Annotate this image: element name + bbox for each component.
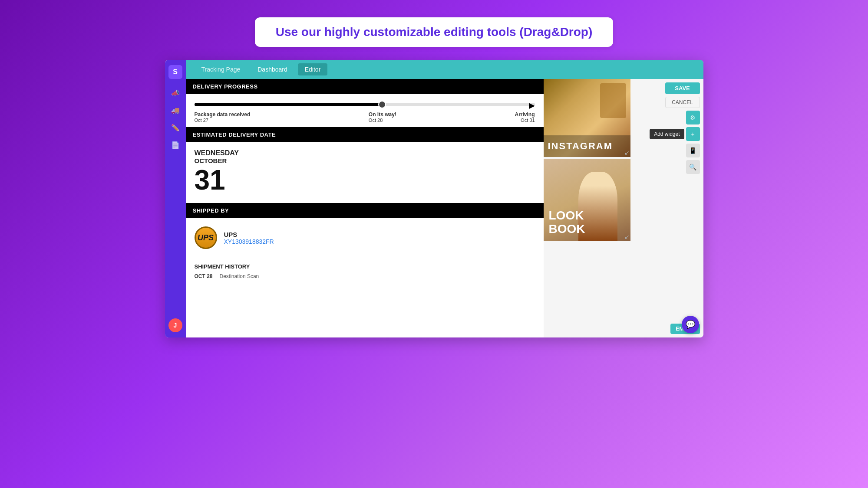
shipment-history-section: SHIPMENT HISTORY OCT 28 Destination Scan xyxy=(186,258,544,285)
save-button[interactable]: SAVE xyxy=(665,82,700,94)
history-date: OCT 28 xyxy=(195,273,213,279)
delivery-progress-header: DELIVERY PROGRESS xyxy=(186,79,544,94)
right-panel: SAVE CANCEL ⚙ Add widget + 📱 🔍 EMBED 💬 xyxy=(635,79,703,337)
main-content: DELIVERY PROGRESS ▶ Package data receive… xyxy=(186,79,703,337)
estimated-delivery-section: ESTIMATED DELIVERY DATE WEDNESDAY OCTOBE… xyxy=(186,127,544,203)
settings-button[interactable]: ⚙ xyxy=(686,111,700,124)
shipped-by-section: SHIPPED BY UPS UPS XY1303918832FR xyxy=(186,203,544,257)
tracking-number[interactable]: XY1303918832FR xyxy=(224,238,274,245)
delivery-progress-section: DELIVERY PROGRESS ▶ Package data receive… xyxy=(186,79,544,127)
instagram-label: INSTAGRAM xyxy=(544,135,630,157)
history-description: Destination Scan xyxy=(220,273,259,279)
ups-text: UPS xyxy=(198,233,214,242)
progress-area: ▶ Package data received Oct 27 On its wa… xyxy=(186,94,544,127)
arriving-label: Arriving Oct 31 xyxy=(515,111,535,123)
sidebar: S 📣 🚚 ✏️ 📄 J xyxy=(165,60,186,337)
top-nav: Tracking Page Dashboard Editor xyxy=(186,60,703,79)
history-title: SHIPMENT HISTORY xyxy=(195,263,535,270)
history-content: SHIPMENT HISTORY OCT 28 Destination Scan xyxy=(186,258,544,285)
carrier-info: UPS XY1303918832FR xyxy=(224,231,274,245)
sidebar-icon-edit[interactable]: ✏️ xyxy=(168,121,182,134)
chat-button[interactable]: 💬 xyxy=(682,316,699,333)
chat-icon: 💬 xyxy=(686,320,695,329)
banner-text: Use our highly customizable editing tool… xyxy=(276,25,593,39)
cancel-button[interactable]: CANCEL xyxy=(665,97,700,108)
carrier-name: UPS xyxy=(224,231,274,238)
progress-track: ▶ xyxy=(195,103,535,106)
progress-labels: Package data received Oct 27 On its way!… xyxy=(195,111,535,123)
estimated-delivery-header: ESTIMATED DELIVERY DATE xyxy=(186,127,544,142)
top-banner: Use our highly customizable editing tool… xyxy=(255,17,614,47)
sidebar-avatar[interactable]: J xyxy=(168,318,182,332)
shipped-content: UPS UPS XY1303918832FR xyxy=(186,218,544,257)
instagram-widget[interactable]: INSTAGRAM ↙ xyxy=(544,79,630,157)
add-widget-row: Add widget + xyxy=(650,127,700,141)
lookbook-widget[interactable]: LOOKBOOK ↙ xyxy=(544,159,630,241)
delivery-content: WEDNESDAY OCTOBER 31 xyxy=(186,142,544,203)
progress-arrow-icon: ▶ xyxy=(529,101,535,110)
delivery-day: WEDNESDAY xyxy=(195,149,535,157)
sidebar-icon-truck[interactable]: 🚚 xyxy=(168,103,182,117)
sidebar-logo[interactable]: S xyxy=(168,65,182,79)
step2-label: On its way! Oct 28 xyxy=(369,111,396,123)
content-area: Tracking Page Dashboard Editor DELIVERY … xyxy=(186,60,703,337)
step1-label: Package data received Oct 27 xyxy=(195,111,251,123)
nav-dashboard[interactable]: Dashboard xyxy=(251,63,294,75)
progress-dot xyxy=(378,101,386,108)
delivery-date: 31 xyxy=(195,166,535,194)
lookbook-label: LOOKBOOK xyxy=(549,209,585,236)
widgets-column: INSTAGRAM ↙ LOOKBOOK ↙ xyxy=(544,79,635,337)
table-row: OCT 28 Destination Scan xyxy=(195,273,535,279)
resize-handle-instagram[interactable]: ↙ xyxy=(624,149,630,156)
sidebar-icon-pages[interactable]: 📄 xyxy=(168,138,182,152)
editor-area: DELIVERY PROGRESS ▶ Package data receive… xyxy=(186,79,544,337)
sidebar-icon-megaphone[interactable]: 📣 xyxy=(168,86,182,100)
resize-handle-lookbook[interactable]: ↙ xyxy=(624,233,630,240)
nav-editor[interactable]: Editor xyxy=(298,63,328,75)
hanger-decoration xyxy=(600,83,626,118)
add-widget-label: Add widget xyxy=(650,129,684,139)
main-window: S 📣 🚚 ✏️ 📄 J Tracking Page Dashboard Edi… xyxy=(165,60,703,337)
add-widget-button[interactable]: + xyxy=(686,127,700,141)
search-button[interactable]: 🔍 xyxy=(686,160,700,174)
ups-logo: UPS xyxy=(195,226,217,249)
shipped-by-header: SHIPPED BY xyxy=(186,203,544,218)
progress-fill xyxy=(195,103,382,106)
mobile-preview-button[interactable]: 📱 xyxy=(686,144,700,157)
nav-tracking-page[interactable]: Tracking Page xyxy=(195,63,248,75)
delivery-month: OCTOBER xyxy=(195,157,535,164)
